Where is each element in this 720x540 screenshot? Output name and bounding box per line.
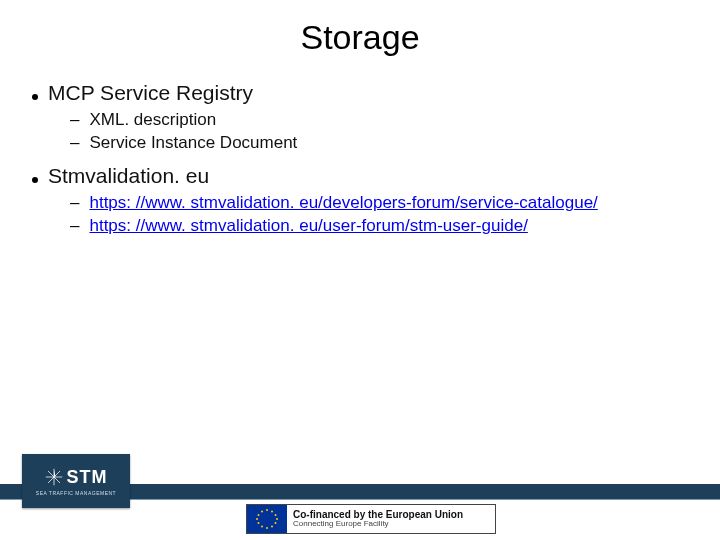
bullet-row: MCP Service Registry <box>26 80 694 105</box>
sub-bullet-item: –https: //www. stmvalidation. eu/develop… <box>70 192 694 215</box>
compass-icon <box>45 468 63 486</box>
svg-point-16 <box>258 514 260 516</box>
stm-logo: STM SEA TRAFFIC MANAGEMENT <box>22 454 130 508</box>
sub-bullet-text: Service Instance Document <box>89 132 297 155</box>
bullet-disc-icon <box>32 177 38 183</box>
svg-point-6 <box>266 509 268 511</box>
sub-bullet-list: –https: //www. stmvalidation. eu/develop… <box>26 192 694 238</box>
slide: Storage MCP Service Registry–XML. descri… <box>0 0 720 540</box>
dash-icon: – <box>70 192 79 215</box>
svg-point-14 <box>258 522 260 524</box>
svg-point-7 <box>271 511 273 513</box>
bullet-label: Stmvalidation. eu <box>48 163 209 188</box>
svg-point-10 <box>275 522 277 524</box>
bullet-item: Stmvalidation. eu–https: //www. stmvalid… <box>26 163 694 238</box>
slide-title: Storage <box>0 18 720 57</box>
dash-icon: – <box>70 132 79 155</box>
svg-point-9 <box>276 518 278 520</box>
bullet-list: MCP Service Registry–XML. description–Se… <box>26 80 694 238</box>
sub-bullet-item: –https: //www. stmvalidation. eu/user-fo… <box>70 215 694 238</box>
eu-flag-icon <box>247 505 287 533</box>
sub-bullet-text: XML. description <box>89 109 216 132</box>
dash-icon: – <box>70 109 79 132</box>
bullet-label: MCP Service Registry <box>48 80 253 105</box>
eu-line2: Connecting Europe Facility <box>293 520 463 528</box>
svg-point-8 <box>275 514 277 516</box>
svg-point-11 <box>271 526 273 528</box>
stm-logo-subtext: SEA TRAFFIC MANAGEMENT <box>36 490 116 496</box>
bullet-row: Stmvalidation. eu <box>26 163 694 188</box>
svg-point-12 <box>266 527 268 529</box>
stm-logo-text: STM <box>67 467 108 488</box>
eu-cofinance-block: Co-financed by the European Union Connec… <box>246 504 496 534</box>
svg-point-17 <box>261 511 263 513</box>
sub-bullet-item: –XML. description <box>70 109 694 132</box>
svg-point-15 <box>256 518 258 520</box>
sub-bullet-item: –Service Instance Document <box>70 132 694 155</box>
link[interactable]: https: //www. stmvalidation. eu/user-for… <box>89 215 527 238</box>
dash-icon: – <box>70 215 79 238</box>
slide-content: MCP Service Registry–XML. description–Se… <box>26 80 694 246</box>
svg-point-13 <box>261 526 263 528</box>
sub-bullet-list: –XML. description–Service Instance Docum… <box>26 109 694 155</box>
bullet-item: MCP Service Registry–XML. description–Se… <box>26 80 694 155</box>
link[interactable]: https: //www. stmvalidation. eu/develope… <box>89 192 597 215</box>
bullet-disc-icon <box>32 94 38 100</box>
